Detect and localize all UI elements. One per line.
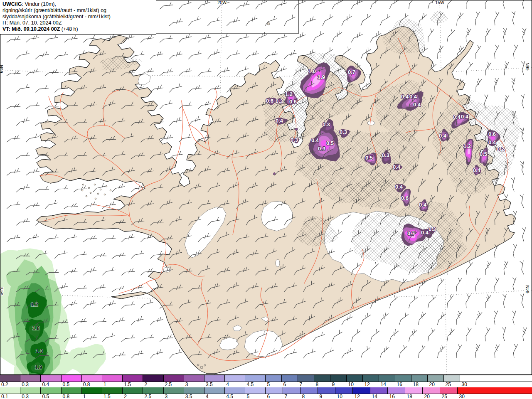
legend-value-label: 6	[283, 382, 286, 387]
snow-value-label: 0.3	[340, 129, 347, 135]
legend-cell	[62, 387, 82, 394]
legend-cell	[347, 375, 363, 382]
island	[86, 195, 87, 197]
longitude-label: 15W	[435, 0, 444, 5]
legend-cell	[0, 387, 20, 394]
snow-value-label: 0.4	[409, 94, 417, 100]
legend-cell	[82, 387, 102, 394]
legend-value-label: 20	[424, 394, 430, 399]
legend-value-label: 1	[103, 382, 106, 387]
legend-cell	[20, 375, 41, 382]
island	[95, 198, 96, 200]
title-line-rain-legend: rigning/skúrir (grænt/blátt/rautt - mm/1…	[2, 7, 156, 14]
snow-value-label: 0.4	[419, 202, 427, 208]
snow-value-label: 0.4	[413, 101, 421, 108]
legend-value-label: 3	[165, 394, 168, 399]
legend-value-label: 0.5	[42, 394, 49, 399]
forecast-lead: (+48 h)	[60, 26, 78, 32]
snow-value-label: 0.7	[407, 230, 415, 236]
legend-value-label: 18	[407, 394, 412, 399]
rain-value-label: 1.9	[35, 365, 42, 370]
legend-cell	[335, 387, 353, 394]
legend-value-label: 25	[446, 382, 451, 387]
island	[106, 185, 107, 187]
legend-value-label: 20	[429, 382, 435, 387]
snow-value-label: 0.6	[401, 195, 409, 201]
legend-value-label: 7	[300, 382, 303, 387]
legend-cell	[204, 387, 225, 394]
legend-cell	[164, 387, 184, 394]
lake	[276, 259, 280, 267]
legend-cell	[245, 387, 266, 394]
legend-value-label: 2.5	[144, 394, 151, 399]
rain-value-label: 1.8	[32, 325, 39, 331]
legend-cell	[184, 387, 204, 394]
legend-cell	[225, 375, 245, 382]
legend-cell	[411, 375, 428, 382]
legend-cell	[428, 375, 444, 382]
legend-cell	[300, 387, 318, 394]
legend-value-label: 10	[348, 382, 354, 387]
snow-value-label: 0.3	[429, 226, 436, 232]
legend-cell	[282, 375, 298, 382]
snow-value-label: 0.3	[291, 137, 298, 143]
legend-cell	[388, 387, 405, 394]
title-line-snow-legend: slydda/snjókoma (grátt/bleikt/grænt - mm…	[2, 14, 156, 20]
island	[82, 184, 84, 185]
island	[197, 364, 199, 366]
legend-value-label: 0.2	[1, 382, 8, 387]
legend-value-label: 4.5	[246, 382, 254, 387]
legend-cell	[184, 375, 204, 382]
legend-value-label: 25	[442, 394, 447, 399]
island	[110, 190, 111, 191]
snow-value-label: 0.4	[401, 94, 409, 100]
snow-value-label: 0.5	[480, 151, 487, 157]
weather-map-svg: 1.01.90.70.60.31.20.60.40.30.40.50.30.30…	[0, 0, 532, 375]
legend: 0.20.30.40.50.811.522.533.544.5567891012…	[0, 375, 532, 399]
legend-value-label: 5	[267, 382, 270, 387]
legend-value-label: 2.5	[165, 382, 172, 387]
legend-cell	[266, 387, 283, 394]
latitude-label-left: 66N	[0, 65, 4, 73]
legend-cell	[245, 375, 266, 382]
legend-value-label: 30	[462, 382, 467, 387]
legend-value-label: 12	[365, 382, 370, 387]
legend-value-label: 0.8	[63, 394, 70, 399]
legend-value-label: 0.4	[42, 382, 49, 387]
legend-value-label: 0.1	[1, 394, 8, 399]
legend-cell	[405, 387, 423, 394]
rain-value-label: 1.3	[36, 348, 43, 354]
legend-value-label: 1.5	[124, 382, 131, 387]
snow-colorbar	[0, 375, 532, 382]
snow-value-label: 0.4	[473, 167, 481, 173]
legend-cell	[318, 387, 335, 394]
legend-value-label: 9	[320, 394, 323, 399]
legend-value-label: 8	[316, 382, 319, 387]
island	[94, 184, 96, 185]
legend-cell	[123, 387, 143, 394]
legend-value-label: 4	[206, 394, 209, 399]
snow-value-label: 0.3	[382, 152, 389, 158]
legend-value-label: 3.5	[206, 382, 213, 387]
legend-value-label: 0.3	[22, 382, 29, 387]
snow-value-label: 0.4	[461, 113, 469, 120]
legend-cell	[440, 387, 458, 394]
legend-value-label: 0.5	[63, 382, 70, 387]
title-box: UWC/IG: Vindur (10m), rigning/skúrir (gr…	[0, 0, 156, 34]
snow-colorbar-labels: 0.20.30.40.50.811.522.533.544.5567891012…	[0, 382, 532, 387]
longitude-label: 20W	[217, 0, 227, 5]
snow-value-label: 0.4	[311, 137, 319, 143]
legend-cell	[423, 387, 440, 394]
legend-cell	[444, 375, 460, 382]
snow-value-label: 0.3	[276, 98, 283, 104]
legend-cell	[143, 375, 163, 382]
snow-value-label: 0.4	[393, 164, 401, 170]
legend-value-label: 8	[302, 394, 305, 399]
legend-cell	[102, 387, 123, 394]
legend-cell	[283, 387, 300, 394]
product-code: UWC/IG	[2, 1, 22, 7]
snow-value-label: 1.2	[285, 91, 293, 97]
legend-cell	[123, 375, 143, 382]
valid-time: VT: Mið. 09.10.2024 00Z	[2, 26, 60, 32]
legend-value-label: 9	[332, 382, 335, 387]
